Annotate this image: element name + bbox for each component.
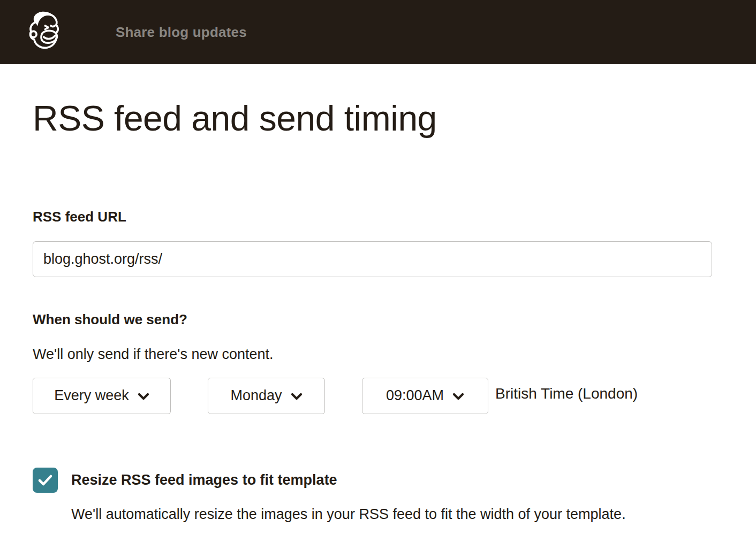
- frequency-dropdown[interactable]: Every week: [33, 378, 171, 414]
- rss-feed-url-label: RSS feed URL: [33, 209, 712, 225]
- app-header: Share blog updates: [0, 0, 756, 64]
- time-dropdown[interactable]: 09:00AM: [362, 378, 488, 414]
- resize-images-checkbox[interactable]: [33, 468, 58, 493]
- checkmark-icon: [37, 474, 53, 486]
- resize-images-label[interactable]: Resize RSS feed images to fit template: [71, 472, 337, 488]
- day-selected-value: Monday: [230, 387, 282, 404]
- send-schedule-note: We'll only send if there's new content.: [33, 346, 712, 363]
- rss-feed-url-input[interactable]: [33, 241, 712, 277]
- page-title: RSS feed and send timing: [33, 98, 712, 139]
- send-schedule-heading: When should we send?: [33, 311, 712, 328]
- chevron-down-icon: [452, 393, 464, 400]
- send-schedule-controls: Every week Monday 09:00AM British Time (…: [33, 378, 712, 414]
- time-selected-value: 09:00AM: [386, 387, 444, 404]
- campaign-title: Share blog updates: [116, 24, 247, 41]
- frequency-selected-value: Every week: [54, 387, 129, 404]
- main-content: RSS feed and send timing RSS feed URL Wh…: [0, 98, 756, 523]
- resize-option-row: Resize RSS feed images to fit template: [33, 468, 712, 493]
- chevron-down-icon: [291, 393, 303, 400]
- chevron-down-icon: [138, 393, 149, 400]
- timezone-label: British Time (London): [495, 385, 638, 402]
- mailchimp-freddie-icon[interactable]: [27, 8, 62, 56]
- day-dropdown[interactable]: Monday: [208, 378, 325, 414]
- resize-images-description: We'll automatically resize the images in…: [71, 506, 712, 523]
